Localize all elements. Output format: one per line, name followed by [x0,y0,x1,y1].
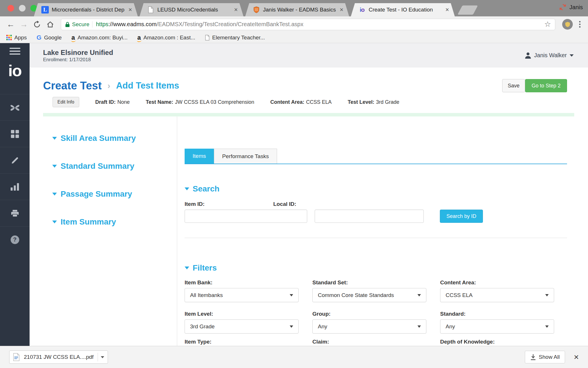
grid-icon [11,130,19,138]
edit-info-button[interactable]: Edit Info [53,97,79,107]
bookmark-label: Google [44,34,61,41]
breadcrumb-separator: › [107,81,110,91]
window-controls [7,5,37,12]
item-level-select[interactable]: 3rd Grade [185,319,299,334]
browser-tab-microcredentials[interactable]: L Microcredentials - District Dep × [34,3,138,16]
meta-test-level: Test Level:3rd Grade [348,99,399,105]
bookmark-amazon-1[interactable]: a Amazon.com: Buyi... [71,34,127,41]
collapse-caret-icon [185,187,189,190]
forward-button[interactable]: → [18,18,30,30]
url-path: /EADMSX/Testing/TestCreation/CreateItemB… [156,21,303,27]
collapse-caret-icon [185,267,189,269]
tab-performance-tasks[interactable]: Performance Tasks [214,149,277,164]
bookmark-label: Apps [14,34,27,41]
summary-section-skill-area[interactable]: Skill Area Summary [52,133,177,143]
content-tabs: Items Performance Tasks [185,149,567,164]
sidebar-item-help[interactable]: ? [0,226,30,253]
search-by-id-button[interactable]: Search by ID [440,210,483,223]
browser-tab-eadms-basics[interactable]: Janis Walker - EADMS Basics × [245,3,349,16]
summary-section-standard[interactable]: Standard Summary [52,161,177,171]
hamburger-menu-icon[interactable] [9,48,20,55]
show-all-downloads-button[interactable]: Show All [525,351,565,363]
app-sidebar: io ? [0,43,30,368]
sidebar-item-print[interactable] [0,200,30,226]
new-tab-button[interactable] [457,5,478,15]
select-caret-icon [417,325,421,328]
item-id-input[interactable] [185,210,307,223]
sidebar-item-dashboard[interactable] [0,120,30,147]
content-area-label: Content Area: [440,279,554,286]
search-inputs: Search by ID [185,210,567,223]
bookmark-amazon-2[interactable]: a Amazon.com : East... [137,34,195,41]
google-g-icon: G [36,34,41,41]
close-tab-icon[interactable]: × [445,7,449,13]
close-download-bar-icon[interactable]: × [574,353,579,361]
reload-icon [33,21,41,28]
summary-panel: Skill Area Summary Standard Summary Pass… [43,116,177,347]
item-type-label: Item Type: [185,339,299,345]
bookmark-elementary-teacher[interactable]: Elementary Teacher... [205,34,265,41]
standard-set-select[interactable]: Common Core State Standards [312,288,426,302]
apps-grid-icon [6,35,12,40]
close-tab-icon[interactable]: × [234,7,238,13]
sidebar-item-butterfly[interactable] [0,94,30,120]
filter-selects-row-2: 3rd Grade Any Any [185,319,567,334]
sidebar-item-create[interactable] [0,147,30,173]
close-tab-icon[interactable]: × [340,7,343,13]
local-id-label: Local ID: [273,201,296,207]
go-to-step-2-button[interactable]: Go to Step 2 [525,79,567,92]
reload-button[interactable] [31,18,43,30]
close-tab-icon[interactable]: × [128,7,132,13]
select-caret-icon [290,325,293,328]
local-id-input[interactable] [315,210,424,223]
browser-profile[interactable]: Janis [559,4,583,11]
back-button[interactable]: ← [5,18,17,30]
title-row: Create Test › Add Test Items Save Go to … [30,68,588,92]
sync-error-icon [559,4,566,11]
bookmark-label: Amazon.com : East... [143,34,195,41]
bookmarks-bar: Apps G Google a Amazon.com: Buyi... a Am… [0,32,588,43]
bookmark-apps[interactable]: Apps [6,34,27,41]
home-button[interactable] [44,18,56,30]
sidebar-item-reports[interactable] [0,173,30,200]
standard-select[interactable]: Any [440,319,554,334]
browser-menu-button[interactable] [576,21,583,28]
page-icon [205,35,210,41]
browser-tab-leusd[interactable]: LEUSD MicroCredentials × [140,3,243,16]
bookmark-google[interactable]: G Google [36,34,61,41]
main-panel: Items Performance Tasks Search Item ID: … [177,116,588,347]
section-divider [185,238,567,238]
item-bank-select[interactable]: All Itembanks [185,288,299,302]
meta-draft-id: Draft ID:None [95,99,130,105]
site-header: Lake Elsinore Unified Enrollment: 1/17/2… [30,43,588,68]
extension-button[interactable] [562,19,573,30]
printer-icon [11,210,19,217]
bar-chart-icon [11,183,19,191]
address-bar[interactable]: Secure https://www.eadms.com/EADMSX/Test… [61,19,555,30]
select-caret-icon [545,294,549,296]
download-options-caret-icon[interactable] [101,356,104,358]
bookmark-star-icon[interactable]: ☆ [544,20,551,29]
search-section-header[interactable]: Search [185,184,567,193]
summary-section-passage[interactable]: Passage Summary [52,189,177,199]
download-item[interactable]: 210731 JW CCSS ELA....pdf [9,350,108,364]
meta-test-name: Test Name:JW CCSS ELA 03 Comprehension [146,99,254,105]
progress-bar [43,113,574,116]
tab-title: LEUSD MicroCredentials [157,7,231,13]
filters-heading: Filters [193,263,217,273]
minimize-window-button[interactable] [19,5,26,12]
save-button[interactable]: Save [502,79,525,92]
url-separator [92,21,92,28]
group-select[interactable]: Any [312,319,426,334]
download-bar: 210731 JW CCSS ELA....pdf Show All × [0,346,588,368]
content-area-select[interactable]: CCSS ELA [440,288,554,302]
content-columns: Skill Area Summary Standard Summary Pass… [43,116,588,347]
user-menu[interactable]: Janis Walker [525,52,574,59]
close-window-button[interactable] [7,5,14,12]
enrollment-date: Enrollment: 1/17/2018 [43,57,113,63]
summary-section-item[interactable]: Item Summary [52,217,177,227]
browser-tab-create-test-active[interactable]: io Create Test - IO Education × [351,3,455,16]
filters-section-header[interactable]: Filters [185,263,567,273]
item-id-label: Item ID: [185,201,205,207]
tab-items[interactable]: Items [185,149,214,164]
